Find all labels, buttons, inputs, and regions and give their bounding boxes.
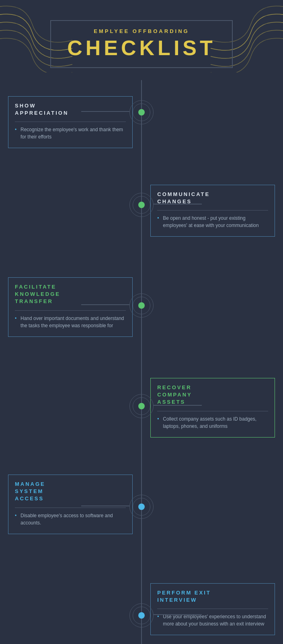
card-body-5: Disable employee's access to software an… [15,512,126,526]
timeline-node-6 [129,603,154,627]
card-title-2: COMMUNICATECHANGES [157,191,268,205]
timeline: SHOWAPPRECIATION Recognize the employee'… [0,80,283,644]
card-body-3: Hand over important documents and unders… [15,315,126,329]
header-title: CHECKLIST [67,36,216,60]
card-divider-2 [157,210,268,211]
card-title-3: FACILITATEKNOWLEDGETRANSFER [15,283,126,305]
card-divider-1 [15,122,126,122]
card-1: SHOWAPPRECIATION Recognize the employee'… [8,96,133,148]
card-4: RECOVERCOMPANYASSETS Collect company ass… [150,378,275,438]
card-divider-3 [15,310,126,311]
connector-1 [81,111,129,112]
timeline-node-3 [129,293,154,318]
timeline-node-5 [129,495,154,519]
connector-5 [81,506,129,506]
timeline-item-6: PERFORM EXITINTERVIEW Use your employees… [0,579,283,644]
card-title-4: RECOVERCOMPANYASSETS [157,384,268,406]
card-body-4: Collect company assets such as ID badges… [157,415,268,430]
timeline-item-1: SHOWAPPRECIATION Recognize the employee'… [0,88,283,169]
connector-3 [81,304,129,305]
card-title-5: MANAGESYSTEMACCESS [15,481,126,503]
connector-4 [154,405,202,406]
header-box: EMPLYEE OFFBOARDING CHECKLIST [50,20,233,68]
connector-2 [154,204,202,204]
card-6: PERFORM EXITINTERVIEW Use your employees… [150,583,275,635]
timeline-node-1 [129,100,154,124]
card-body-2: Be open and honest - put your existing e… [157,215,268,229]
header-subtitle: EMPLYEE OFFBOARDING [67,28,216,34]
card-divider-4 [157,411,268,411]
timeline-node-4 [129,394,154,418]
connector-6 [154,614,202,615]
card-5: MANAGESYSTEMACCESS Disable employee's ac… [8,475,133,534]
card-divider-6 [157,609,268,609]
card-title-6: PERFORM EXITINTERVIEW [157,589,268,604]
card-3: FACILITATEKNOWLEDGETRANSFER Hand over im… [8,277,133,337]
card-body-1: Recognize the employee's work and thank … [15,126,126,140]
timeline-item-3: FACILITATEKNOWLEDGETRANSFER Hand over im… [0,273,283,362]
timeline-node-2 [129,193,154,217]
timeline-item-2: COMMUNICATECHANGES Be open and honest - … [0,181,283,261]
card-body-6: Use your employees' experiences to under… [157,613,268,627]
header: EMPLYEE OFFBOARDING CHECKLIST [0,0,283,80]
card-2: COMMUNICATECHANGES Be open and honest - … [150,185,275,237]
timeline-item-4: RECOVERCOMPANYASSETS Collect company ass… [0,374,283,458]
timeline-item-5: MANAGESYSTEMACCESS Disable employee's ac… [0,471,283,567]
card-title-1: SHOWAPPRECIATION [15,102,126,117]
card-divider-5 [15,508,126,508]
